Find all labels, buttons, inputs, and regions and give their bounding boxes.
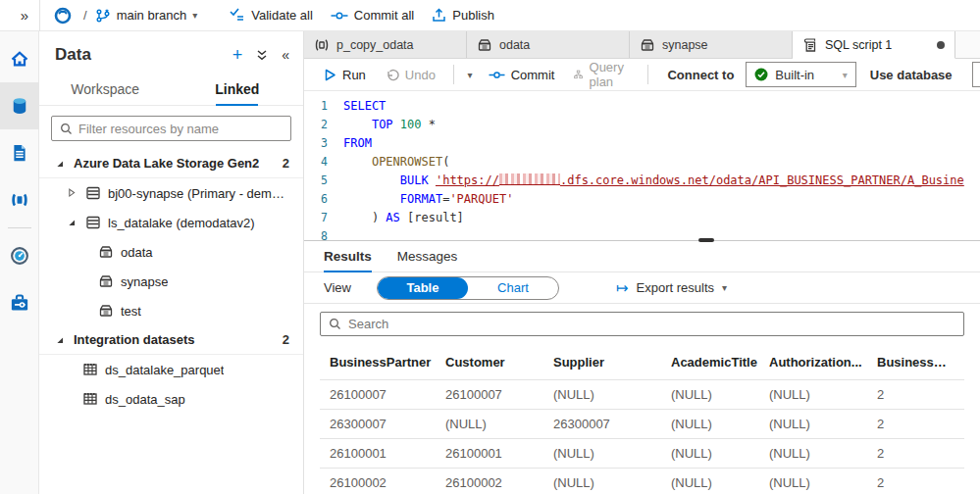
connection-dropdown[interactable]: Built-in ▾ [746,62,855,87]
editor-tab-strip: p_copy_odataodatasynapseSQL script 1 [304,31,980,59]
publish-button[interactable]: Publish [432,8,494,23]
tree-item-ds-datalake-parquet[interactable]: ds_datalake_parquet [39,355,303,384]
table-row[interactable]: 2610000726100007(NULL)(NULL)(NULL)2 [320,379,964,409]
chevron-expanded-icon[interactable] [53,333,67,347]
code-line[interactable]: 4 OPENROWSET( [304,153,980,172]
storage-icon [85,185,101,201]
resize-handle[interactable] [698,238,714,242]
table-cell: (NULL) [671,387,769,402]
expand-panel-icon[interactable]: » [10,7,39,24]
code-line[interactable]: 3FROM [304,134,980,153]
table-cell: 2 [877,475,964,490]
tree-item-label: bj00-synapse (Primary - demodata... [108,186,289,201]
code-line[interactable]: 5 BULK 'https://.dfs.core.windows.net/od… [304,172,980,190]
line-number: 6 [304,190,343,209]
export-icon: ↦ [616,279,629,297]
results-tab-results[interactable]: Results [324,249,372,272]
data-icon [10,96,29,116]
results-table: BusinessPartnerCustomerSupplierAcademicT… [320,344,964,494]
tree-item-label: odata [121,245,153,260]
tree-item-ls-datalake-demodatav2[interactable]: ls_datalake (demodatav2) [39,208,303,237]
view-toggle-table[interactable]: Table [378,277,468,299]
home-icon [10,49,29,69]
line-number: 5 [304,172,343,190]
chevron-expanded-icon[interactable] [53,157,67,171]
git-breadcrumb[interactable]: / main branch ▾ [54,7,197,25]
tree-item-azure-data-lake-storage-gen2[interactable]: Azure Data Lake Storage Gen22 [39,149,303,178]
view-label: View [324,280,351,295]
run-options-chevron[interactable]: ▾ [468,70,473,80]
column-header[interactable]: BusinessPartner [330,355,445,370]
table-row[interactable]: 2610000226100002(NULL)(NULL)(NULL)2 [320,468,964,494]
dataset-icon [82,362,98,377]
data-panel-title: Data [55,45,232,65]
database-dropdown[interactable] [972,62,980,87]
table-cell: (NULL) [769,475,877,490]
code-line[interactable]: 8 [304,227,980,240]
view-toggle-chart[interactable]: Chart [468,277,558,299]
column-header[interactable]: Customer [445,355,553,370]
editor-tab-label: odata [499,38,619,52]
code-line[interactable]: 7 ) AS [result] [304,209,980,227]
editor-tab-label: synapse [662,38,782,52]
collapse-panel-icon[interactable]: « [282,47,289,63]
nav-home[interactable] [0,35,39,82]
table-cell: (NULL) [553,387,671,402]
commit-button[interactable]: Commit [481,62,563,87]
results-table-header: BusinessPartnerCustomerSupplierAcademicT… [320,344,964,379]
editor-tab-sql-script-1[interactable]: SQL script 1 [793,31,955,59]
results-tab-messages[interactable]: Messages [397,249,458,272]
nav-data[interactable] [0,82,39,129]
nav-manage[interactable] [0,279,39,326]
validate-all-button[interactable]: Validate all [229,7,313,24]
divider [453,65,454,84]
data-panel-tabs: WorkspaceLinked [39,74,303,106]
branch-dropdown-chevron[interactable]: ▾ [192,10,197,21]
chevron-collapsed-icon[interactable] [65,186,78,200]
query-plan-button[interactable]: Query plan [566,62,637,87]
connection-chevron: ▾ [843,70,848,80]
table-cell: (NULL) [671,475,769,490]
tree-item-synapse[interactable]: synapse [39,267,303,296]
code-line[interactable]: 1SELECT [304,97,980,116]
tree-item-test[interactable]: test [39,296,303,325]
run-button[interactable]: Run [316,62,374,87]
data-tab-workspace[interactable]: Workspace [39,74,172,105]
nav-monitor[interactable] [0,232,39,279]
tree-item-ds-odata-sap[interactable]: ds_odata_sap [39,384,303,414]
column-header[interactable]: AcademicTitle [671,355,769,370]
tree-item-label: synapse [121,274,168,289]
table-row[interactable]: 2610000126100001(NULL)(NULL)(NULL)2 [320,438,964,468]
undo-button[interactable]: Undo [378,62,443,87]
add-resource-button[interactable]: + [232,46,243,64]
divider [647,65,648,84]
filter-resources-input[interactable] [78,122,283,136]
code-line[interactable]: 2 TOP 100 * [304,116,980,134]
tree-item-odata[interactable]: odata [39,237,303,267]
commit-all-button[interactable]: Commit all [331,8,414,23]
table-row[interactable]: 26300007(NULL)26300007(NULL)(NULL)2 [320,409,964,438]
integrate-icon [10,190,29,210]
column-header[interactable]: Supplier [553,355,671,370]
search-icon [329,318,341,330]
code-line[interactable]: 6 FORMAT='PARQUET' [304,190,980,209]
column-header[interactable]: BusinessPartn... [877,355,964,370]
tree-item-label: ds_datalake_parquet [105,363,224,377]
chevron-expanded-icon[interactable] [65,216,78,229]
tree-item-integration-datasets[interactable]: Integration datasets2 [39,325,303,355]
data-tab-linked[interactable]: Linked [172,74,304,105]
nav-develop[interactable] [0,129,39,176]
data-explorer-panel: Data + « WorkspaceLinked Azure Data Lake… [39,31,304,494]
sql-code-editor[interactable]: 1SELECT2 TOP 100 *3FROM4 OPENROWSET(5 BU… [304,91,980,240]
column-header[interactable]: Authorization... [769,355,877,370]
editor-tab-synapse[interactable]: synapse [630,31,793,58]
tree-item-bj00-synapse-primary-demodata[interactable]: bj00-synapse (Primary - demodata... [39,178,303,208]
editor-tab-odata[interactable]: odata [467,31,630,58]
table-cell: 26100007 [330,387,445,402]
results-search-input[interactable] [348,317,955,331]
sql-toolbar: Run Undo ▾ Commit Query plan Connect to … [304,59,980,91]
export-results-button[interactable]: ↦ Export results ▾ [616,279,727,297]
editor-tab-p-copy-odata[interactable]: p_copy_odata [304,31,467,58]
nav-integrate[interactable] [0,176,39,223]
collapse-all-icon[interactable] [256,49,268,62]
